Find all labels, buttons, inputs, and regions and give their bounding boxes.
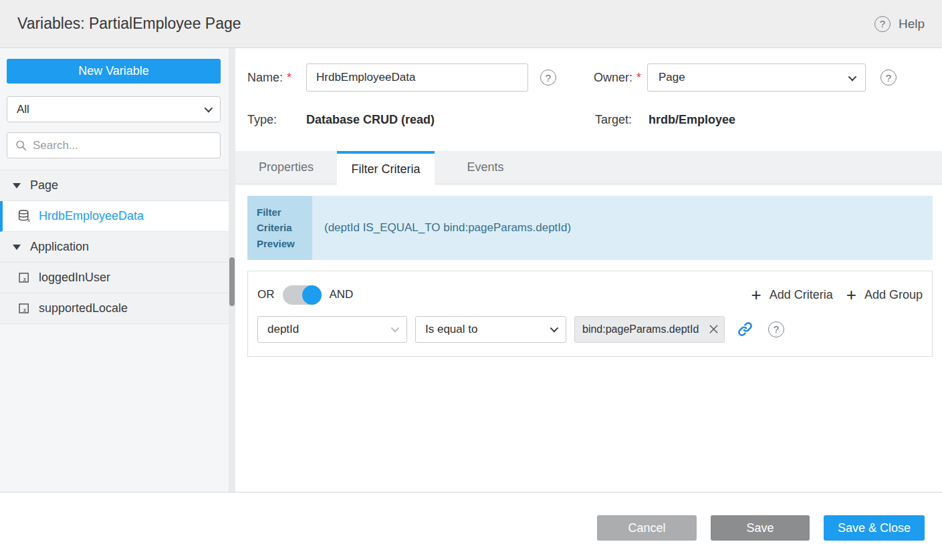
variable-tree: Page x HrdbEmployeeData Application x: [0, 170, 235, 324]
chevron-down-icon: [391, 324, 400, 333]
variable-type-filter-select[interactable]: All: [7, 96, 221, 122]
plus-icon: +: [751, 286, 761, 303]
svg-text:x: x: [27, 217, 30, 223]
plus-icon: +: [846, 286, 856, 303]
chevron-down-icon: [848, 72, 857, 81]
static-variable-icon: x: [17, 301, 31, 315]
owner-label: Owner:*: [594, 71, 647, 85]
toggle-or-label: OR: [257, 288, 275, 301]
scrollbar-thumb[interactable]: [229, 257, 235, 306]
tree-item-supportedlocale[interactable]: x supportedLocale: [0, 293, 235, 324]
add-group-label: Add Group: [864, 288, 923, 302]
owner-select[interactable]: Page: [647, 63, 866, 92]
search-icon: [15, 140, 27, 151]
search-input[interactable]: [33, 139, 212, 152]
name-help-icon[interactable]: ?: [540, 69, 556, 86]
variable-detail-panel: Name:* ? Owner:* Page ? Type: Database C…: [235, 48, 942, 492]
criteria-help-icon[interactable]: ?: [768, 321, 784, 337]
dialog-header: Variables: PartialEmployee Page ? Help: [0, 0, 942, 48]
chip-label: bind:pageParams.deptId: [582, 323, 707, 335]
criteria-operator-select[interactable]: Is equal to: [415, 316, 566, 343]
tree-item-hrdbemployeedata[interactable]: x HrdbEmployeeData: [0, 201, 235, 232]
tree-item-label: loggedInUser: [39, 271, 110, 285]
toggle-and-label: AND: [330, 288, 354, 301]
collapse-arrow-icon: [13, 245, 21, 250]
variables-sidebar: New Variable All Page: [0, 48, 235, 492]
add-criteria-button[interactable]: + Add Criteria: [751, 286, 833, 303]
add-group-button[interactable]: + Add Group: [846, 286, 923, 303]
dialog-footer: Cancel Save Save & Close: [0, 493, 942, 560]
tab-events[interactable]: Events: [435, 151, 536, 184]
required-marker: *: [636, 71, 641, 84]
criteria-value-chip[interactable]: bind:pageParams.deptId: [574, 316, 725, 343]
close-icon[interactable]: [707, 323, 720, 335]
or-and-toggle[interactable]: [283, 285, 322, 305]
toggle-knob: [302, 285, 322, 305]
detail-tab-bar: Properties Filter Criteria Events: [235, 151, 942, 184]
static-variable-icon: x: [17, 271, 31, 285]
target-value: hrdb/Employee: [649, 113, 735, 127]
save-and-close-button[interactable]: Save & Close: [824, 515, 925, 541]
name-owner-row: Name:* ? Owner:* Page ?: [247, 63, 933, 92]
tree-group-label: Application: [30, 240, 89, 254]
variable-name-input[interactable]: [306, 63, 528, 92]
chevron-down-icon: [205, 104, 213, 113]
type-value: Database CRUD (read): [306, 113, 595, 127]
tab-properties[interactable]: Properties: [235, 151, 337, 184]
page-title: Variables: PartialEmployee Page: [17, 15, 241, 33]
criteria-group: OR AND + Add Criteria + Add Group: [247, 271, 933, 357]
criteria-field-select[interactable]: deptId: [257, 316, 407, 343]
tree-item-label: supportedLocale: [39, 301, 128, 315]
tree-item-loggedinuser[interactable]: x loggedInUser: [0, 263, 235, 293]
type-label: Type:: [247, 113, 306, 127]
tree-group-label: Page: [30, 178, 58, 192]
criteria-row: deptId Is equal to bind:pageParams.deptI…: [257, 316, 923, 343]
tab-filter-criteria[interactable]: Filter Criteria: [337, 151, 435, 185]
tree-group-application[interactable]: Application: [0, 232, 235, 263]
svg-text:x: x: [23, 275, 27, 283]
new-variable-button[interactable]: New Variable: [7, 59, 221, 84]
filter-criteria-preview: Filter Criteria Preview (deptId IS_EQUAL…: [247, 196, 933, 260]
help-button[interactable]: ? Help: [874, 16, 925, 32]
tree-item-label: HrdbEmployeeData: [39, 209, 144, 223]
chevron-down-icon: [550, 324, 559, 333]
help-label: Help: [899, 17, 925, 31]
variable-search[interactable]: [7, 132, 221, 158]
save-button[interactable]: Save: [711, 515, 810, 541]
filter-criteria-panel: Filter Criteria Preview (deptId IS_EQUAL…: [235, 184, 942, 492]
preview-label: Filter Criteria Preview: [247, 196, 312, 260]
criteria-field-value: deptId: [267, 323, 299, 336]
owner-help-icon[interactable]: ?: [880, 69, 897, 86]
target-label: Target:: [595, 113, 649, 127]
name-label: Name:*: [247, 71, 306, 85]
variable-type-filter-value: All: [17, 103, 29, 116]
collapse-arrow-icon: [13, 183, 21, 188]
tree-group-page[interactable]: Page: [0, 170, 235, 201]
bind-link-icon[interactable]: [737, 321, 753, 337]
criteria-operator-value: Is equal to: [425, 323, 477, 336]
database-variable-icon: x: [17, 209, 31, 223]
add-criteria-label: Add Criteria: [770, 288, 833, 302]
owner-select-value: Page: [659, 71, 685, 84]
preview-expression: (deptId IS_EQUAL_TO bind:pageParams.dept…: [312, 196, 933, 260]
svg-text:x: x: [23, 306, 27, 313]
required-marker: *: [287, 71, 291, 84]
cancel-button[interactable]: Cancel: [597, 515, 697, 541]
sidebar-scrollbar[interactable]: [229, 48, 235, 492]
help-icon: ?: [874, 16, 891, 32]
type-target-row: Type: Database CRUD (read) Target: hrdb/…: [247, 112, 933, 127]
